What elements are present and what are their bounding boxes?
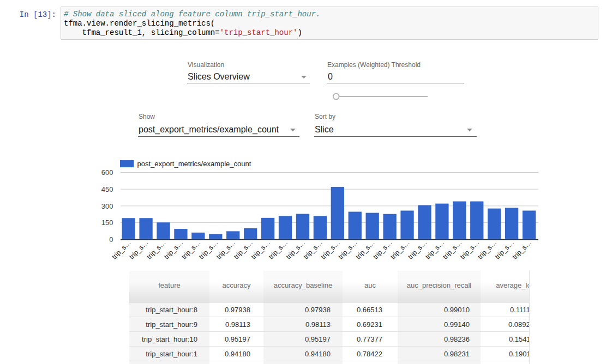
svg-text:trip_s…: trip_s… xyxy=(371,239,393,260)
svg-text:300: 300 xyxy=(101,202,113,210)
svg-text:trip_s…: trip_s… xyxy=(337,239,359,260)
svg-text:post_export_metrics/example_co: post_export_metrics/example_count xyxy=(137,160,251,168)
svg-text:trip_s…: trip_s… xyxy=(285,239,307,260)
svg-text:trip_s…: trip_s… xyxy=(110,239,132,260)
svg-text:trip_s…: trip_s… xyxy=(232,239,254,260)
svg-text:trip_s…: trip_s… xyxy=(267,239,289,260)
svg-text:trip_s…: trip_s… xyxy=(354,239,376,260)
svg-text:trip_s…: trip_s… xyxy=(406,239,428,260)
svg-text:150: 150 xyxy=(101,219,113,227)
svg-text:trip_s…: trip_s… xyxy=(215,239,237,260)
svg-text:trip_s…: trip_s… xyxy=(180,239,202,260)
svg-text:trip_s…: trip_s… xyxy=(320,239,341,260)
svg-text:trip_s…: trip_s… xyxy=(441,239,463,260)
svg-text:trip_s…: trip_s… xyxy=(511,239,533,260)
svg-text:trip_s…: trip_s… xyxy=(389,239,411,260)
svg-text:trip_s…: trip_s… xyxy=(494,239,515,260)
svg-text:450: 450 xyxy=(101,185,113,193)
svg-text:trip_s…: trip_s… xyxy=(128,239,149,260)
svg-text:trip_s…: trip_s… xyxy=(250,239,272,260)
svg-text:trip_s…: trip_s… xyxy=(476,239,498,260)
svg-text:0: 0 xyxy=(109,235,113,244)
svg-text:trip_s…: trip_s… xyxy=(424,239,446,260)
svg-text:600: 600 xyxy=(101,168,113,177)
svg-text:trip_s…: trip_s… xyxy=(163,239,184,260)
svg-text:trip_s…: trip_s… xyxy=(145,239,167,260)
svg-text:trip_s…: trip_s… xyxy=(459,239,481,260)
svg-text:trip_s…: trip_s… xyxy=(302,239,324,260)
svg-text:trip_s…: trip_s… xyxy=(197,239,219,260)
